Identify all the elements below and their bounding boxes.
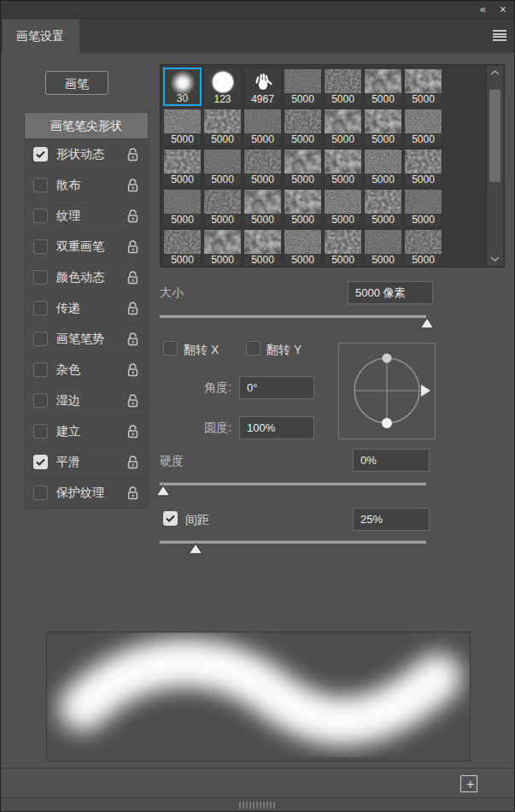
option-checkbox[interactable] <box>33 485 48 500</box>
brush-preset[interactable]: 5000 <box>324 68 362 106</box>
brushes-button[interactable]: 画笔 <box>45 71 108 95</box>
size-slider[interactable] <box>160 315 426 318</box>
angle-roundness-control[interactable] <box>338 343 436 439</box>
option-checkbox[interactable] <box>33 270 48 285</box>
brush-preset[interactable]: 5000 <box>284 228 322 267</box>
unlock-icon[interactable] <box>126 424 139 438</box>
spacing-slider-thumb[interactable] <box>188 543 203 555</box>
unlock-icon[interactable] <box>126 485 139 500</box>
roundness-input[interactable]: 100% <box>239 416 314 439</box>
spacing-input[interactable]: 25% <box>353 508 430 531</box>
brush-preset[interactable]: 5000 <box>404 188 442 227</box>
sidebar-item-平滑[interactable]: 平滑 <box>25 446 148 477</box>
sidebar-item-保护纹理[interactable]: 保护纹理 <box>25 477 148 508</box>
sidebar-item-散布[interactable]: 散布 <box>25 169 148 200</box>
tab-brush-settings[interactable]: 画笔设置 <box>3 19 79 53</box>
brush-preset[interactable]: 5000 <box>364 228 402 267</box>
roundness-handle-top[interactable] <box>383 354 392 363</box>
option-checkbox[interactable] <box>33 455 48 469</box>
flip-x-checkbox[interactable] <box>163 341 178 356</box>
brush-preset[interactable]: 5000 <box>404 228 442 267</box>
unlock-icon[interactable] <box>126 362 139 377</box>
sidebar-item-纹理[interactable]: 纹理 <box>25 200 148 231</box>
sidebar-item-杂色[interactable]: 杂色 <box>25 354 148 385</box>
scrollbar-thumb[interactable] <box>489 90 500 182</box>
brush-preset[interactable]: 5000 <box>243 108 282 146</box>
unlock-icon[interactable] <box>126 147 139 162</box>
panel-menu-icon[interactable] <box>493 30 506 41</box>
sidebar-item-形状动态[interactable]: 形状动态 <box>25 138 148 169</box>
option-checkbox[interactable] <box>33 147 48 162</box>
scroll-down-icon[interactable] <box>489 256 500 262</box>
brush-preset[interactable]: 5000 <box>203 228 242 267</box>
unlock-icon[interactable] <box>126 239 139 254</box>
resize-grip-icon[interactable] <box>239 802 277 809</box>
brush-preset[interactable]: 5000 <box>163 228 202 267</box>
option-checkbox[interactable] <box>33 424 48 438</box>
unlock-icon[interactable] <box>126 209 139 223</box>
brush-preset[interactable]: 5000 <box>203 188 242 227</box>
brush-preset[interactable]: 5000 <box>163 148 202 186</box>
option-checkbox[interactable] <box>33 362 48 377</box>
option-checkbox[interactable] <box>33 178 48 192</box>
brush-preset[interactable]: 4967 <box>243 68 282 106</box>
brush-preset[interactable]: 123 <box>203 68 242 106</box>
option-checkbox[interactable] <box>33 332 48 346</box>
brush-preset[interactable]: 5000 <box>324 148 362 186</box>
brush-preset[interactable]: 5000 <box>243 228 282 267</box>
unlock-icon[interactable] <box>126 455 139 469</box>
option-checkbox[interactable] <box>33 239 48 254</box>
brush-preset[interactable]: 5000 <box>364 188 402 227</box>
hardness-slider-thumb[interactable] <box>155 485 171 497</box>
unlock-icon[interactable] <box>126 270 139 285</box>
brush-preset[interactable]: 5000 <box>284 108 322 146</box>
option-checkbox[interactable] <box>33 301 48 315</box>
sidebar-item-双重画笔[interactable]: 双重画笔 <box>25 231 148 262</box>
flip-y-checkbox[interactable] <box>246 341 260 356</box>
spacing-checkbox[interactable] <box>163 511 178 526</box>
collapse-panel-icon[interactable]: « <box>480 3 487 15</box>
unlock-icon[interactable] <box>126 301 139 315</box>
brush-preset[interactable]: 5000 <box>404 108 442 146</box>
hardness-slider[interactable] <box>160 482 426 485</box>
angle-input[interactable]: 0° <box>239 376 314 399</box>
sidebar-item-brush-tip-shape[interactable]: 画笔笔尖形状 <box>25 113 148 138</box>
size-input[interactable]: 5000 像素 <box>348 281 433 304</box>
close-icon[interactable]: × <box>500 3 506 16</box>
new-brush-button[interactable]: + <box>460 775 477 792</box>
brush-preset[interactable]: 30 <box>163 68 202 106</box>
brush-preset[interactable]: 5000 <box>364 148 402 186</box>
sidebar-item-湿边[interactable]: 湿边 <box>25 385 148 415</box>
brush-preset[interactable]: 5000 <box>364 108 402 146</box>
option-checkbox[interactable] <box>33 393 48 408</box>
brush-preset[interactable]: 5000 <box>364 68 402 106</box>
brush-preset[interactable]: 5000 <box>203 108 242 146</box>
option-checkbox[interactable] <box>33 209 48 223</box>
brush-preset[interactable]: 5000 <box>243 148 282 186</box>
brush-preset[interactable]: 5000 <box>324 228 362 267</box>
sidebar-item-画笔笔势[interactable]: 画笔笔势 <box>25 323 148 354</box>
sidebar-item-颜色动态[interactable]: 颜色动态 <box>25 262 148 292</box>
brush-preset[interactable]: 5000 <box>324 188 362 227</box>
scroll-up-icon[interactable] <box>489 69 500 76</box>
roundness-handle-bottom[interactable] <box>382 418 392 428</box>
brush-preset[interactable]: 5000 <box>284 68 322 106</box>
unlock-icon[interactable] <box>126 332 139 346</box>
brush-preset[interactable]: 5000 <box>243 188 282 227</box>
brush-preset[interactable]: 5000 <box>163 108 202 146</box>
brush-preset[interactable]: 5000 <box>404 148 442 186</box>
sidebar-item-建立[interactable]: 建立 <box>25 415 148 446</box>
grid-scrollbar[interactable] <box>486 66 503 266</box>
unlock-icon[interactable] <box>126 393 139 408</box>
brush-preset[interactable]: 5000 <box>163 188 202 227</box>
brush-preset[interactable]: 5000 <box>284 148 322 186</box>
angle-arrow-handle[interactable] <box>421 385 430 397</box>
hardness-input[interactable]: 0% <box>353 449 430 472</box>
brush-preset[interactable]: 5000 <box>284 188 322 227</box>
sidebar-item-传递[interactable]: 传递 <box>25 292 148 323</box>
unlock-icon[interactable] <box>126 178 139 192</box>
brush-preset[interactable]: 5000 <box>203 148 242 186</box>
brush-preset[interactable]: 5000 <box>404 68 442 106</box>
brush-preset[interactable]: 5000 <box>324 108 362 146</box>
size-slider-thumb[interactable] <box>419 317 435 329</box>
